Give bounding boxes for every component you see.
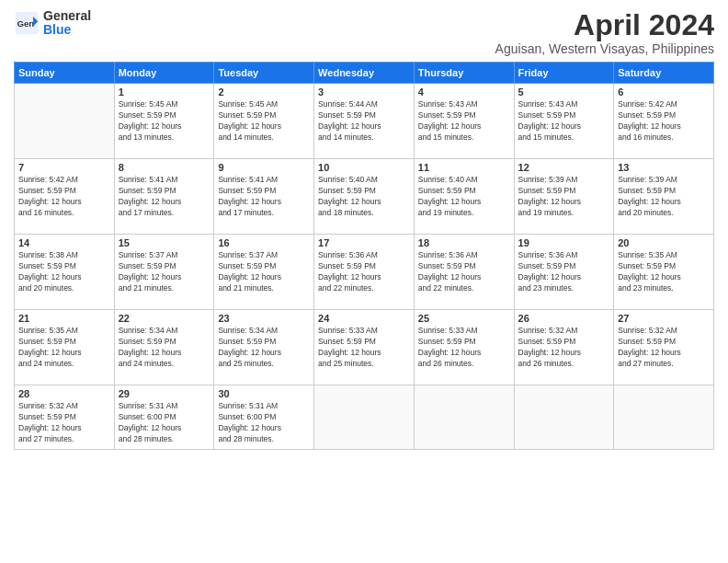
calendar-cell: 25Sunrise: 5:33 AM Sunset: 5:59 PM Dayli…: [414, 310, 514, 385]
calendar-cell: 11Sunrise: 5:40 AM Sunset: 5:59 PM Dayli…: [414, 159, 514, 235]
calendar-week-5: 28Sunrise: 5:32 AM Sunset: 5:59 PM Dayli…: [15, 385, 714, 450]
day-info: Sunrise: 5:41 AM Sunset: 5:59 PM Dayligh…: [119, 175, 210, 219]
calendar-week-1: 1Sunrise: 5:45 AM Sunset: 5:59 PM Daylig…: [15, 84, 714, 159]
day-number: 20: [618, 237, 710, 248]
day-info: Sunrise: 5:40 AM Sunset: 5:59 PM Dayligh…: [418, 175, 510, 219]
day-number: 10: [318, 162, 410, 173]
col-friday: Friday: [514, 63, 614, 84]
calendar-cell: 23Sunrise: 5:34 AM Sunset: 5:59 PM Dayli…: [214, 310, 314, 385]
col-tuesday: Tuesday: [214, 63, 314, 84]
calendar-cell: 21Sunrise: 5:35 AM Sunset: 5:59 PM Dayli…: [15, 310, 115, 385]
day-info: Sunrise: 5:33 AM Sunset: 5:59 PM Dayligh…: [418, 326, 510, 370]
day-number: 27: [618, 313, 710, 324]
day-number: 19: [518, 237, 610, 248]
day-info: Sunrise: 5:32 AM Sunset: 5:59 PM Dayligh…: [518, 326, 610, 370]
day-number: 6: [618, 86, 710, 98]
calendar-cell: 26Sunrise: 5:32 AM Sunset: 5:59 PM Dayli…: [514, 310, 614, 385]
header-row: Sunday Monday Tuesday Wednesday Thursday…: [15, 63, 714, 84]
day-info: Sunrise: 5:35 AM Sunset: 5:59 PM Dayligh…: [18, 326, 110, 370]
day-info: Sunrise: 5:43 AM Sunset: 5:59 PM Dayligh…: [418, 99, 510, 144]
col-monday: Monday: [114, 63, 214, 84]
day-info: Sunrise: 5:45 AM Sunset: 5:59 PM Dayligh…: [218, 99, 310, 144]
day-info: Sunrise: 5:42 AM Sunset: 5:59 PM Dayligh…: [18, 175, 110, 219]
day-info: Sunrise: 5:31 AM Sunset: 6:00 PM Dayligh…: [218, 401, 310, 445]
day-info: Sunrise: 5:39 AM Sunset: 5:59 PM Dayligh…: [618, 175, 710, 219]
day-number: 4: [418, 86, 510, 98]
calendar-table: Sunday Monday Tuesday Wednesday Thursday…: [14, 62, 714, 450]
day-number: 5: [518, 86, 610, 98]
svg-text:Gen: Gen: [17, 18, 35, 29]
calendar-page: Gen General Blue April 2024 Aguisan, Wes…: [0, 0, 728, 563]
day-info: Sunrise: 5:37 AM Sunset: 5:59 PM Dayligh…: [218, 250, 310, 294]
day-info: Sunrise: 5:32 AM Sunset: 5:59 PM Dayligh…: [618, 326, 710, 370]
calendar-cell: 17Sunrise: 5:36 AM Sunset: 5:59 PM Dayli…: [314, 235, 415, 310]
day-number: 24: [318, 313, 410, 324]
col-saturday: Saturday: [614, 63, 714, 84]
day-number: 25: [418, 313, 510, 324]
calendar-cell: [614, 385, 714, 450]
day-number: 3: [318, 86, 410, 98]
day-number: 14: [18, 237, 110, 248]
day-number: 15: [119, 237, 210, 248]
day-number: 11: [418, 162, 510, 173]
day-info: Sunrise: 5:40 AM Sunset: 5:59 PM Dayligh…: [318, 175, 410, 219]
calendar-cell: 28Sunrise: 5:32 AM Sunset: 5:59 PM Dayli…: [15, 385, 115, 450]
day-number: 16: [218, 237, 310, 248]
calendar-cell: 29Sunrise: 5:31 AM Sunset: 6:00 PM Dayli…: [114, 385, 214, 450]
calendar-cell: 4Sunrise: 5:43 AM Sunset: 5:59 PM Daylig…: [414, 84, 514, 159]
day-info: Sunrise: 5:43 AM Sunset: 5:59 PM Dayligh…: [518, 99, 610, 144]
calendar-cell: [414, 385, 514, 450]
day-number: 28: [18, 388, 110, 399]
day-number: 26: [518, 313, 610, 324]
day-info: Sunrise: 5:34 AM Sunset: 5:59 PM Dayligh…: [218, 326, 310, 370]
logo-blue-text: Blue: [43, 23, 91, 37]
calendar-cell: 22Sunrise: 5:34 AM Sunset: 5:59 PM Dayli…: [114, 310, 214, 385]
calendar-cell: 8Sunrise: 5:41 AM Sunset: 5:59 PM Daylig…: [114, 159, 214, 235]
logo-text: General Blue: [43, 9, 91, 38]
calendar-week-4: 21Sunrise: 5:35 AM Sunset: 5:59 PM Dayli…: [15, 310, 714, 385]
calendar-cell: 24Sunrise: 5:33 AM Sunset: 5:59 PM Dayli…: [314, 310, 415, 385]
day-number: 9: [218, 162, 310, 173]
day-number: 2: [218, 86, 310, 98]
logo: Gen General Blue: [14, 9, 91, 38]
day-info: Sunrise: 5:36 AM Sunset: 5:59 PM Dayligh…: [418, 250, 510, 294]
day-info: Sunrise: 5:35 AM Sunset: 5:59 PM Dayligh…: [618, 250, 710, 294]
day-number: 29: [119, 388, 210, 399]
day-info: Sunrise: 5:32 AM Sunset: 5:59 PM Dayligh…: [18, 401, 110, 445]
day-info: Sunrise: 5:42 AM Sunset: 5:59 PM Dayligh…: [618, 99, 710, 144]
day-info: Sunrise: 5:45 AM Sunset: 5:59 PM Dayligh…: [119, 99, 210, 144]
calendar-cell: 14Sunrise: 5:38 AM Sunset: 5:59 PM Dayli…: [15, 235, 115, 310]
day-info: Sunrise: 5:41 AM Sunset: 5:59 PM Dayligh…: [218, 175, 310, 219]
day-info: Sunrise: 5:37 AM Sunset: 5:59 PM Dayligh…: [119, 250, 210, 294]
day-number: 12: [518, 162, 610, 173]
calendar-week-3: 14Sunrise: 5:38 AM Sunset: 5:59 PM Dayli…: [15, 235, 714, 310]
calendar-cell: [514, 385, 614, 450]
day-info: Sunrise: 5:34 AM Sunset: 5:59 PM Dayligh…: [119, 326, 210, 370]
calendar-cell: 5Sunrise: 5:43 AM Sunset: 5:59 PM Daylig…: [514, 84, 614, 159]
location-title: Aguisan, Western Visayas, Philippines: [495, 41, 714, 56]
calendar-cell: 27Sunrise: 5:32 AM Sunset: 5:59 PM Dayli…: [614, 310, 714, 385]
calendar-cell: 1Sunrise: 5:45 AM Sunset: 5:59 PM Daylig…: [114, 84, 214, 159]
calendar-cell: 2Sunrise: 5:45 AM Sunset: 5:59 PM Daylig…: [214, 84, 314, 159]
day-number: 13: [618, 162, 710, 173]
day-info: Sunrise: 5:38 AM Sunset: 5:59 PM Dayligh…: [18, 250, 110, 294]
calendar-cell: 15Sunrise: 5:37 AM Sunset: 5:59 PM Dayli…: [114, 235, 214, 310]
header: Gen General Blue April 2024 Aguisan, Wes…: [14, 9, 714, 56]
day-info: Sunrise: 5:36 AM Sunset: 5:59 PM Dayligh…: [518, 250, 610, 294]
day-number: 23: [218, 313, 310, 324]
day-number: 8: [119, 162, 210, 173]
calendar-week-2: 7Sunrise: 5:42 AM Sunset: 5:59 PM Daylig…: [15, 159, 714, 235]
day-number: 17: [318, 237, 410, 248]
calendar-cell: 7Sunrise: 5:42 AM Sunset: 5:59 PM Daylig…: [15, 159, 115, 235]
day-number: 21: [18, 313, 110, 324]
day-number: 30: [218, 388, 310, 399]
day-number: 22: [119, 313, 210, 324]
calendar-cell: 10Sunrise: 5:40 AM Sunset: 5:59 PM Dayli…: [314, 159, 415, 235]
day-number: 7: [18, 162, 110, 173]
calendar-cell: 12Sunrise: 5:39 AM Sunset: 5:59 PM Dayli…: [514, 159, 614, 235]
day-number: 1: [119, 86, 210, 98]
col-wednesday: Wednesday: [314, 63, 415, 84]
col-thursday: Thursday: [414, 63, 514, 84]
calendar-cell: 20Sunrise: 5:35 AM Sunset: 5:59 PM Dayli…: [614, 235, 714, 310]
title-area: April 2024 Aguisan, Western Visayas, Phi…: [495, 9, 714, 56]
